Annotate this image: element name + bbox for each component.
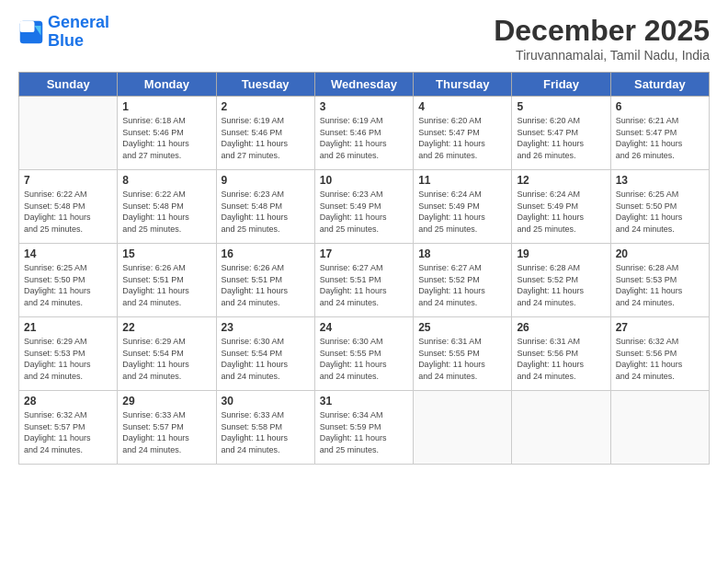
page: General Blue December 2025 Tiruvannamala… (0, 0, 728, 563)
calendar-cell: 8Sunrise: 6:22 AM Sunset: 5:48 PM Daylig… (118, 170, 216, 244)
day-info: Sunrise: 6:33 AM Sunset: 5:58 PM Dayligh… (222, 409, 310, 455)
day-number: 3 (320, 100, 408, 113)
calendar-day-header: Thursday (414, 73, 512, 97)
calendar-cell (512, 391, 610, 465)
day-info: Sunrise: 6:19 AM Sunset: 5:46 PM Dayligh… (222, 115, 310, 161)
calendar-day-header: Saturday (610, 73, 709, 97)
day-number: 27 (616, 321, 704, 334)
calendar-cell: 29Sunrise: 6:33 AM Sunset: 5:57 PM Dayli… (118, 391, 216, 465)
day-info: Sunrise: 6:34 AM Sunset: 5:59 PM Dayligh… (320, 409, 408, 455)
calendar-week-row: 1Sunrise: 6:18 AM Sunset: 5:46 PM Daylig… (19, 97, 710, 170)
calendar-cell: 12Sunrise: 6:24 AM Sunset: 5:49 PM Dayli… (512, 170, 610, 244)
day-number: 7 (24, 174, 112, 187)
calendar-day-header: Wednesday (314, 73, 413, 97)
day-number: 1 (122, 100, 210, 113)
calendar-cell: 17Sunrise: 6:27 AM Sunset: 5:51 PM Dayli… (314, 244, 413, 317)
calendar-cell: 9Sunrise: 6:23 AM Sunset: 5:48 PM Daylig… (216, 170, 314, 244)
calendar-cell: 6Sunrise: 6:21 AM Sunset: 5:47 PM Daylig… (610, 97, 709, 170)
day-number: 8 (122, 174, 210, 187)
calendar-cell: 3Sunrise: 6:19 AM Sunset: 5:46 PM Daylig… (314, 97, 413, 170)
day-info: Sunrise: 6:25 AM Sunset: 5:50 PM Dayligh… (24, 262, 112, 308)
day-info: Sunrise: 6:22 AM Sunset: 5:48 PM Dayligh… (122, 189, 210, 235)
calendar-cell: 18Sunrise: 6:27 AM Sunset: 5:52 PM Dayli… (414, 244, 512, 317)
day-info: Sunrise: 6:21 AM Sunset: 5:47 PM Dayligh… (616, 115, 704, 161)
calendar-cell: 2Sunrise: 6:19 AM Sunset: 5:46 PM Daylig… (216, 97, 314, 170)
day-info: Sunrise: 6:22 AM Sunset: 5:48 PM Dayligh… (24, 189, 112, 235)
day-number: 4 (418, 100, 506, 113)
day-info: Sunrise: 6:30 AM Sunset: 5:54 PM Dayligh… (222, 336, 310, 382)
logo-text: General Blue (48, 14, 109, 51)
day-info: Sunrise: 6:33 AM Sunset: 5:57 PM Dayligh… (122, 409, 210, 455)
calendar-cell: 24Sunrise: 6:30 AM Sunset: 5:55 PM Dayli… (314, 317, 413, 391)
calendar-cell: 10Sunrise: 6:23 AM Sunset: 5:49 PM Dayli… (314, 170, 413, 244)
day-number: 25 (418, 321, 506, 334)
calendar-day-header: Tuesday (216, 73, 314, 97)
calendar-cell: 11Sunrise: 6:24 AM Sunset: 5:49 PM Dayli… (414, 170, 512, 244)
day-info: Sunrise: 6:26 AM Sunset: 5:51 PM Dayligh… (222, 262, 310, 308)
calendar-cell (610, 391, 709, 465)
calendar-table: SundayMondayTuesdayWednesdayThursdayFrid… (18, 72, 710, 465)
day-number: 15 (122, 247, 210, 260)
day-info: Sunrise: 6:26 AM Sunset: 5:51 PM Dayligh… (122, 262, 210, 308)
day-info: Sunrise: 6:23 AM Sunset: 5:48 PM Dayligh… (222, 189, 310, 235)
calendar-cell: 4Sunrise: 6:20 AM Sunset: 5:47 PM Daylig… (414, 97, 512, 170)
day-number: 18 (418, 247, 506, 260)
logo-line2: Blue (48, 31, 84, 50)
calendar-cell: 26Sunrise: 6:31 AM Sunset: 5:56 PM Dayli… (512, 317, 610, 391)
day-info: Sunrise: 6:23 AM Sunset: 5:49 PM Dayligh… (320, 189, 408, 235)
calendar-day-header: Monday (118, 73, 216, 97)
day-number: 5 (517, 100, 605, 113)
day-number: 13 (616, 174, 704, 187)
day-number: 10 (320, 174, 408, 187)
calendar-cell: 14Sunrise: 6:25 AM Sunset: 5:50 PM Dayli… (19, 244, 118, 317)
calendar-day-header: Friday (512, 73, 610, 97)
day-info: Sunrise: 6:24 AM Sunset: 5:49 PM Dayligh… (517, 189, 605, 235)
logo: General Blue (18, 14, 109, 51)
day-info: Sunrise: 6:18 AM Sunset: 5:46 PM Dayligh… (122, 115, 210, 161)
day-number: 17 (320, 247, 408, 260)
calendar-week-row: 7Sunrise: 6:22 AM Sunset: 5:48 PM Daylig… (19, 170, 710, 244)
day-number: 30 (222, 395, 310, 408)
day-info: Sunrise: 6:31 AM Sunset: 5:55 PM Dayligh… (418, 336, 506, 382)
calendar-cell: 22Sunrise: 6:29 AM Sunset: 5:54 PM Dayli… (118, 317, 216, 391)
day-number: 21 (24, 321, 112, 334)
svg-rect-2 (20, 21, 35, 32)
day-info: Sunrise: 6:19 AM Sunset: 5:46 PM Dayligh… (320, 115, 408, 161)
day-number: 19 (517, 247, 605, 260)
calendar-cell: 30Sunrise: 6:33 AM Sunset: 5:58 PM Dayli… (216, 391, 314, 465)
calendar-week-row: 21Sunrise: 6:29 AM Sunset: 5:53 PM Dayli… (19, 317, 710, 391)
calendar-cell (19, 97, 118, 170)
day-number: 2 (222, 100, 310, 113)
day-info: Sunrise: 6:32 AM Sunset: 5:56 PM Dayligh… (616, 336, 704, 382)
header: General Blue December 2025 Tiruvannamala… (18, 14, 710, 63)
calendar-week-row: 14Sunrise: 6:25 AM Sunset: 5:50 PM Dayli… (19, 244, 710, 317)
day-info: Sunrise: 6:28 AM Sunset: 5:52 PM Dayligh… (517, 262, 605, 308)
calendar-cell: 5Sunrise: 6:20 AM Sunset: 5:47 PM Daylig… (512, 97, 610, 170)
day-info: Sunrise: 6:32 AM Sunset: 5:57 PM Dayligh… (24, 409, 112, 455)
day-number: 11 (418, 174, 506, 187)
day-number: 31 (320, 395, 408, 408)
calendar-cell (414, 391, 512, 465)
day-number: 9 (222, 174, 310, 187)
day-info: Sunrise: 6:29 AM Sunset: 5:53 PM Dayligh… (24, 336, 112, 382)
day-info: Sunrise: 6:27 AM Sunset: 5:51 PM Dayligh… (320, 262, 408, 308)
calendar-cell: 28Sunrise: 6:32 AM Sunset: 5:57 PM Dayli… (19, 391, 118, 465)
calendar-cell: 16Sunrise: 6:26 AM Sunset: 5:51 PM Dayli… (216, 244, 314, 317)
calendar-cell: 27Sunrise: 6:32 AM Sunset: 5:56 PM Dayli… (610, 317, 709, 391)
calendar-cell: 20Sunrise: 6:28 AM Sunset: 5:53 PM Dayli… (610, 244, 709, 317)
day-info: Sunrise: 6:24 AM Sunset: 5:49 PM Dayligh… (418, 189, 506, 235)
day-info: Sunrise: 6:25 AM Sunset: 5:50 PM Dayligh… (616, 189, 704, 235)
calendar-week-row: 28Sunrise: 6:32 AM Sunset: 5:57 PM Dayli… (19, 391, 710, 465)
calendar-cell: 7Sunrise: 6:22 AM Sunset: 5:48 PM Daylig… (19, 170, 118, 244)
day-number: 22 (122, 321, 210, 334)
calendar-cell: 13Sunrise: 6:25 AM Sunset: 5:50 PM Dayli… (610, 170, 709, 244)
day-number: 20 (616, 247, 704, 260)
calendar-cell: 31Sunrise: 6:34 AM Sunset: 5:59 PM Dayli… (314, 391, 413, 465)
day-number: 12 (517, 174, 605, 187)
main-title: December 2025 (494, 14, 710, 48)
day-number: 24 (320, 321, 408, 334)
logo-icon (18, 19, 44, 45)
day-number: 6 (616, 100, 704, 113)
calendar-cell: 15Sunrise: 6:26 AM Sunset: 5:51 PM Dayli… (118, 244, 216, 317)
day-number: 28 (24, 395, 112, 408)
